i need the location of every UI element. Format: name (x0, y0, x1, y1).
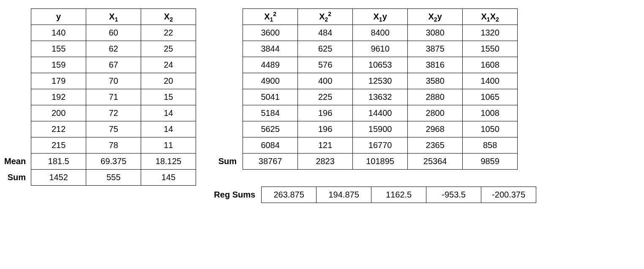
right-table: X12 X22 X1y X2y X1X2 3600484840030801320… (243, 8, 518, 170)
reg-sums-label: Reg Sums (200, 187, 261, 203)
table-header-row: y X1 X2 (31, 9, 196, 25)
left-block: Mean Sum y X1 X2 1406022 1556225 1596724… (4, 8, 196, 186)
table-row: 56251961590029681050 (243, 121, 518, 137)
col-x1x2: X1X2 (463, 9, 518, 25)
table-row: 2007214 (31, 105, 196, 121)
col-y: y (31, 9, 86, 25)
right-rowlabels: Sum (200, 8, 243, 169)
table-row: 1596724 (31, 57, 196, 73)
col-x1y: X1y (353, 9, 408, 25)
table-header-row: X12 X22 X1y X2y X1X2 (243, 9, 518, 25)
table-row: 1406022 (31, 25, 196, 41)
sum-row-left: 1452555145 (31, 170, 196, 186)
table-row: 3844625961038751550 (243, 41, 518, 57)
reg-sums-table: 263.875 194.875 1162.5 -953.5 -200.375 (261, 187, 536, 203)
mean-row: 181.569.37518.125 (31, 154, 196, 170)
table-row: 1797020 (31, 73, 196, 89)
table-row: 50412251363228801065 (243, 89, 518, 105)
col-x1: X1 (86, 9, 141, 25)
left-table: y X1 X2 1406022 1556225 1596724 1797020 … (31, 8, 196, 186)
left-rowlabels: Mean Sum (4, 8, 31, 185)
col-x2sq: X22 (298, 9, 353, 25)
table-row: 44895761065338161608 (243, 57, 518, 73)
table-row: 2127514 (31, 121, 196, 137)
table-row: 2157811 (31, 137, 196, 154)
table-row: 1927115 (31, 89, 196, 105)
table-row: 6084121167702365858 (243, 137, 518, 154)
sum-label-right: Sum (200, 153, 243, 169)
table-row: 3600484840030801320 (243, 25, 518, 41)
col-x2: X2 (141, 9, 196, 25)
col-x1sq: X12 (243, 9, 298, 25)
reg-sums-row: 263.875 194.875 1162.5 -953.5 -200.375 (262, 187, 536, 203)
sum-row-right: 387672823101895253649859 (243, 154, 518, 170)
table-row: 51841961440028001008 (243, 105, 518, 121)
right-block: Sum X12 X22 X1y X2y X1X2 360048484003080… (200, 8, 536, 203)
reg-sums-block: Reg Sums 263.875 194.875 1162.5 -953.5 -… (200, 187, 536, 203)
col-x2y: X2y (408, 9, 463, 25)
sum-label-left: Sum (4, 169, 26, 185)
table-row: 49004001253035801400 (243, 73, 518, 89)
table-row: 1556225 (31, 41, 196, 57)
page: Mean Sum y X1 X2 1406022 1556225 1596724… (4, 8, 636, 203)
mean-label: Mean (4, 153, 26, 169)
